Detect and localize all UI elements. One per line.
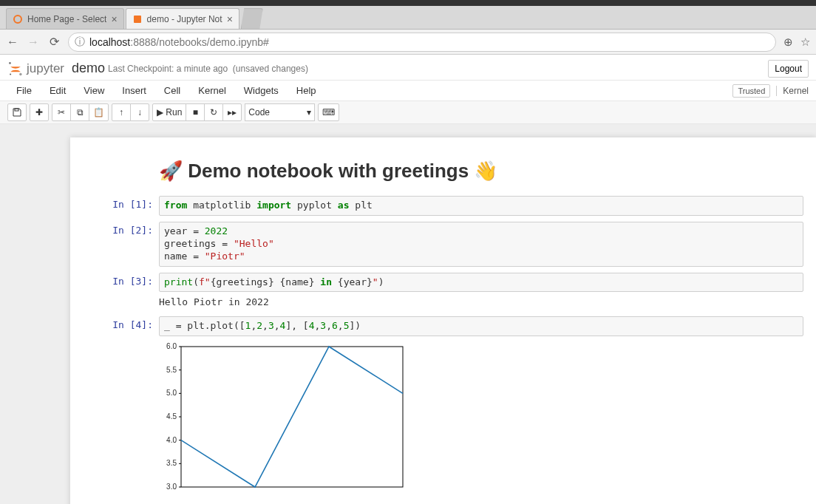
menu-help[interactable]: Help: [288, 82, 325, 99]
chart-output: 3.03.54.04.55.05.56.0: [159, 341, 803, 498]
celltype-select[interactable]: Code▾: [245, 103, 315, 121]
run-button[interactable]: ▶ Run: [152, 103, 186, 121]
menu-edit[interactable]: Edit: [41, 82, 75, 99]
code-cell[interactable]: In [4]: _ = plt.plot([1,2,3,4], [4,3,6,5…: [70, 315, 816, 500]
browser-toolbar: ← → ⟳ ⓘ localhost:8888/notebooks/demo.ip…: [0, 30, 816, 55]
svg-text:5.0: 5.0: [166, 389, 177, 398]
jupyter-favicon-icon: [13, 14, 23, 24]
input-prompt: In [1]:: [70, 196, 159, 216]
cut-icon: ✂: [58, 107, 65, 118]
menu-kernel[interactable]: Kernel: [189, 82, 235, 99]
browser-tabstrip: Home Page - Select × demo - Jupyter Not …: [0, 6, 816, 30]
svg-point-4: [10, 73, 11, 75]
svg-rect-5: [15, 109, 18, 111]
save-icon: [13, 108, 21, 117]
new-tab-button[interactable]: [241, 8, 263, 29]
svg-text:3.0: 3.0: [166, 483, 177, 491]
url-port: :8888: [130, 36, 156, 48]
svg-point-3: [19, 72, 21, 75]
play-icon: ▶: [157, 107, 163, 118]
code-input[interactable]: print(f"{greetings} {name} in {year}"): [159, 273, 803, 293]
keyboard-icon: ⌨: [322, 107, 335, 118]
markdown-cell[interactable]: . 🚀 Demo notebook with greetings 👋: [70, 152, 816, 191]
jupyter-header: jupyter demo Last Checkpoint: a minute a…: [0, 55, 816, 80]
svg-rect-1: [134, 16, 141, 23]
jupyter-logo-text: jupyter: [27, 61, 64, 76]
stop-icon: ■: [193, 107, 198, 118]
menubar: File Edit View Insert Cell Kernel Widget…: [0, 80, 816, 101]
browser-tab[interactable]: Home Page - Select ×: [6, 8, 124, 29]
notebook-favicon-icon: [132, 14, 143, 24]
code-input[interactable]: _ = plt.plot([1,2,3,4], [4,3,6,5]): [159, 316, 803, 336]
tab-title: Home Page - Select: [27, 14, 106, 24]
trusted-badge[interactable]: Trusted: [732, 84, 770, 98]
arrow-up-icon: ↑: [119, 107, 123, 118]
svg-text:6.0: 6.0: [166, 342, 177, 350]
chevron-down-icon: ▾: [307, 107, 311, 118]
svg-point-0: [14, 16, 21, 23]
move-up-button[interactable]: ↑: [112, 103, 131, 121]
code-cell[interactable]: In [2]: year = 2022 greetings = "Hello" …: [70, 220, 816, 268]
forward-icon[interactable]: →: [27, 35, 40, 49]
menu-insert[interactable]: Insert: [113, 82, 155, 99]
url-host: localhost: [89, 36, 130, 48]
zoom-icon[interactable]: ⊕: [783, 35, 793, 49]
code-cell[interactable]: In [3]: print(f"{greetings} {name} in {y…: [70, 271, 816, 313]
arrow-down-icon: ↓: [137, 107, 142, 118]
move-down-button[interactable]: ↓: [130, 103, 149, 121]
close-icon[interactable]: ×: [227, 13, 233, 25]
cut-button[interactable]: ✂: [52, 103, 71, 121]
restart-button[interactable]: ↻: [204, 103, 223, 121]
paste-icon: 📋: [93, 107, 104, 118]
tab-title: demo - Jupyter Not: [147, 14, 222, 24]
paste-button[interactable]: 📋: [89, 103, 109, 121]
copy-button[interactable]: ⧉: [70, 103, 89, 121]
url-path: /notebooks/demo.ipynb#: [156, 36, 269, 48]
fast-forward-icon: ▸▸: [228, 107, 237, 118]
close-icon[interactable]: ×: [111, 13, 117, 25]
copy-icon: ⧉: [77, 107, 84, 118]
address-bar[interactable]: ⓘ localhost:8888/notebooks/demo.ipynb#: [68, 33, 776, 52]
notebook-name[interactable]: demo: [72, 61, 105, 76]
input-prompt: In [4]:: [70, 316, 159, 498]
back-icon[interactable]: ←: [6, 35, 19, 49]
command-palette-button[interactable]: ⌨: [318, 103, 339, 121]
cell-output: Hello Piotr in 2022: [159, 292, 803, 310]
notebook-container: . 🚀 Demo notebook with greetings 👋 In [1…: [70, 137, 816, 504]
svg-text:4.0: 4.0: [166, 436, 177, 444]
checkpoint-status: Last Checkpoint: a minute ago (unsaved c…: [108, 64, 308, 74]
svg-text:5.5: 5.5: [166, 366, 177, 374]
save-button[interactable]: [7, 103, 27, 121]
jupyter-logo-icon: [7, 61, 24, 77]
jupyter-logo[interactable]: jupyter: [7, 61, 64, 77]
menu-cell[interactable]: Cell: [155, 82, 189, 99]
svg-point-2: [9, 62, 11, 64]
logout-button[interactable]: Logout: [768, 60, 809, 78]
interrupt-button[interactable]: ■: [186, 103, 205, 121]
browser-tab[interactable]: demo - Jupyter Not ×: [126, 8, 239, 29]
input-prompt: In [2]:: [70, 222, 159, 267]
code-input[interactable]: from matplotlib import pyplot as plt: [159, 196, 803, 216]
plus-icon: ✚: [35, 107, 43, 118]
restart-run-button[interactable]: ▸▸: [222, 103, 242, 121]
toolbar: ✚ ✂ ⧉ 📋 ↑ ↓ ▶ Run ■ ↻ ▸▸ Code▾ ⌨: [0, 101, 816, 124]
menu-file[interactable]: File: [7, 82, 41, 99]
menu-widgets[interactable]: Widgets: [235, 82, 288, 99]
kernel-indicator: Kernel: [776, 86, 809, 96]
bookmark-icon[interactable]: ☆: [800, 35, 810, 49]
code-input[interactable]: year = 2022 greetings = "Hello" name = "…: [159, 222, 803, 267]
notebook-title: 🚀 Demo notebook with greetings 👋: [159, 154, 803, 190]
input-prompt: In [3]:: [70, 273, 159, 311]
restart-icon: ↻: [210, 107, 217, 118]
add-cell-button[interactable]: ✚: [30, 103, 49, 121]
svg-text:3.5: 3.5: [166, 460, 177, 468]
code-cell[interactable]: In [1]: from matplotlib import pyplot as…: [70, 194, 816, 217]
svg-text:4.5: 4.5: [166, 412, 177, 420]
info-icon: ⓘ: [75, 35, 85, 49]
reload-icon[interactable]: ⟳: [47, 35, 61, 49]
menu-view[interactable]: View: [75, 82, 113, 99]
